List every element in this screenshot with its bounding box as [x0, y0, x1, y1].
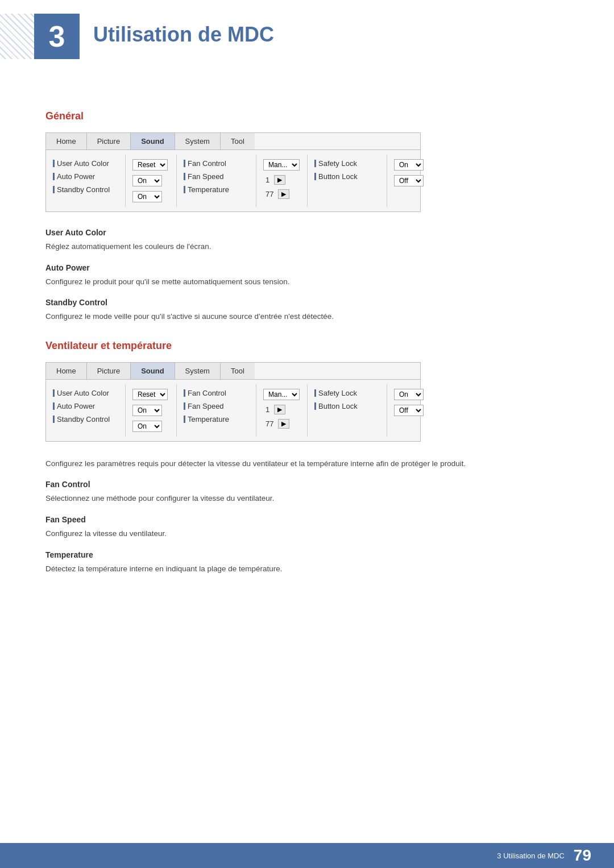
fanspeed-value: 1 — [265, 176, 269, 184]
row2-fan-speed: Fan Speed — [182, 400, 250, 413]
subsection-title-fan-control: Fan Control — [45, 480, 569, 489]
bar-icon — [53, 186, 55, 193]
row2-fan-control: Fan Control — [182, 387, 250, 400]
col-safety-controls: On Off — [387, 155, 433, 207]
tab-sound-1[interactable]: Sound — [131, 133, 175, 149]
mdc-table-general: Home Picture Sound System Tool User Auto… — [45, 132, 421, 212]
row-temp-ctrl: 77 ▶ — [262, 187, 301, 201]
tab-picture-1[interactable]: Picture — [87, 133, 131, 149]
select-auto-power[interactable]: On — [132, 175, 162, 186]
label-standby-control: Standby Control — [57, 185, 110, 194]
bar-icon — [314, 160, 316, 167]
select-fan-control[interactable]: Man... — [263, 159, 300, 171]
page-footer: 3 Utilisation de MDC 79 — [0, 843, 614, 868]
row-buttonlock-ctrl: Off — [393, 173, 427, 189]
row2-temp-ctrl: 77 ▶ — [262, 417, 301, 431]
fanspeed-arrow[interactable]: ▶ — [274, 175, 285, 185]
bar-icon — [53, 160, 55, 167]
row-on-ctrl: On — [131, 173, 171, 189]
row-reset-ctrl: Reset — [131, 157, 171, 173]
chapter-number-text: 3 — [49, 19, 65, 53]
bar-icon — [53, 173, 55, 180]
row-button-lock: Button Lock — [313, 170, 381, 183]
select-standby[interactable]: On — [132, 191, 162, 202]
tab-tool-1[interactable]: Tool — [221, 133, 255, 149]
label-auto-power: Auto Power — [57, 172, 95, 181]
row-temperature: Temperature — [182, 183, 250, 196]
fanspeed2-arrow[interactable]: ▶ — [274, 405, 285, 414]
footer-text: 3 Utilisation de MDC — [497, 852, 565, 860]
label2-auto-power: Auto Power — [57, 402, 95, 410]
bar-icon — [184, 416, 185, 423]
col-left-labels: User Auto Color Auto Power Standby Contr… — [46, 155, 126, 207]
page-header: 3 Utilisation de MDC — [0, 0, 614, 76]
row2-safetylock-ctrl: On — [393, 387, 427, 402]
temp-arrow[interactable]: ▶ — [278, 189, 289, 199]
subsection-desc-fan-speed: Configurez la vitesse du ventilateur. — [45, 528, 569, 540]
section2-intro: Configurez les paramètres requis pour dé… — [45, 458, 569, 470]
select2-auto-power[interactable]: On — [132, 405, 162, 416]
subsection-desc-standby-control: Configurez le mode veille pour qu'il s'a… — [45, 310, 569, 323]
select-safety-lock[interactable]: On — [394, 159, 424, 171]
row-standby-control: Standby Control — [52, 183, 119, 196]
subsection-title-fan-speed: Fan Speed — [45, 515, 569, 524]
col-fan-labels: Fan Control Fan Speed Temperature — [177, 155, 256, 207]
col-left-controls: Reset On On — [126, 155, 177, 207]
label2-user-auto-color: User Auto Color — [57, 389, 109, 397]
row2-reset-ctrl: Reset — [131, 387, 171, 402]
select2-button-lock[interactable]: Off — [394, 405, 424, 416]
bar-icon — [184, 389, 185, 397]
tab-sound-2[interactable]: Sound — [131, 363, 175, 379]
chapter-title: Utilisation de MDC — [93, 14, 274, 47]
select2-standby[interactable]: On — [132, 421, 162, 432]
label2-button-lock: Button Lock — [318, 402, 358, 410]
label-temperature: Temperature — [188, 185, 229, 194]
mdc-table-ventilateur: Home Picture Sound System Tool User Auto… — [45, 362, 421, 442]
col-safety-labels: Safety Lock Button Lock — [308, 155, 387, 207]
mdc-tabs-ventilateur: Home Picture Sound System Tool — [46, 363, 420, 380]
row2-button-lock: Button Lock — [313, 400, 381, 413]
select2-safety-lock[interactable]: On — [394, 389, 424, 400]
bar-icon — [53, 389, 55, 397]
select-button-lock[interactable]: Off — [394, 175, 424, 186]
row2-standby-control: Standby Control — [52, 413, 119, 426]
select2-fan-control[interactable]: Man... — [263, 389, 300, 400]
row-man-ctrl: Man... — [262, 157, 301, 173]
subsection-desc-user-auto-color: Réglez automatiquement les couleurs de l… — [45, 240, 569, 253]
bar-icon — [314, 389, 316, 397]
temp2-value: 77 — [265, 420, 273, 428]
subsection-desc-auto-power: Configurez le produit pour qu'il se mett… — [45, 276, 569, 288]
select-reset[interactable]: Reset — [132, 159, 168, 171]
row-on-ctrl-2: On — [131, 189, 171, 205]
bar-icon — [314, 173, 316, 180]
temp2-arrow[interactable]: ▶ — [278, 419, 289, 429]
col2-fan-controls: Man... 1 ▶ 77 ▶ — [256, 384, 308, 437]
col2-safety-controls: On Off — [387, 384, 433, 437]
chapter-number: 3 — [34, 14, 80, 59]
temp-value: 77 — [265, 190, 273, 198]
tab-home-2[interactable]: Home — [46, 363, 87, 379]
tab-tool-2[interactable]: Tool — [221, 363, 255, 379]
tab-picture-2[interactable]: Picture — [87, 363, 131, 379]
bar-icon — [314, 402, 316, 410]
row-user-auto-color: User Auto Color — [52, 157, 119, 170]
col2-safety-labels: Safety Lock Button Lock — [308, 384, 387, 437]
subsection-title-auto-power: Auto Power — [45, 263, 569, 272]
subsection-title-temperature: Temperature — [45, 550, 569, 559]
label2-fan-control: Fan Control — [188, 389, 226, 397]
bar-icon — [53, 416, 55, 423]
label-button-lock: Button Lock — [318, 172, 358, 181]
tab-system-1[interactable]: System — [175, 133, 221, 149]
footer-page-number: 79 — [574, 846, 591, 865]
fanspeed2-value: 1 — [265, 405, 269, 414]
row2-man-ctrl: Man... — [262, 387, 301, 402]
row2-fanspeed-ctrl: 1 ▶ — [262, 402, 301, 417]
col-fan-controls: Man... 1 ▶ 77 ▶ — [256, 155, 308, 207]
tab-system-2[interactable]: System — [175, 363, 221, 379]
tab-home-1[interactable]: Home — [46, 133, 87, 149]
main-content: Général Home Picture Sound System Tool U… — [0, 76, 614, 614]
row2-safety-lock: Safety Lock — [313, 387, 381, 400]
label-fan-speed: Fan Speed — [188, 172, 224, 181]
col2-left-labels: User Auto Color Auto Power Standby Contr… — [46, 384, 126, 437]
select2-reset[interactable]: Reset — [132, 389, 168, 400]
